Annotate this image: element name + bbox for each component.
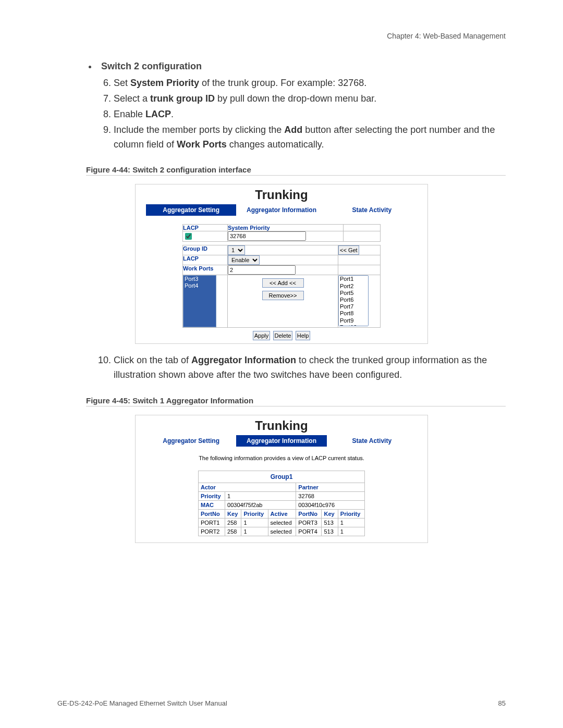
bold: LACP: [145, 109, 171, 119]
port-option[interactable]: Port5: [339, 290, 368, 297]
mac-label: MAC: [199, 501, 225, 510]
text: Include the member ports by clicking the: [114, 125, 284, 135]
selected-port: Port4: [185, 282, 215, 289]
text: Select a: [114, 93, 150, 104]
tab-aggregator-setting[interactable]: Aggregator Setting: [146, 204, 236, 216]
work-ports-label: Work Ports: [183, 265, 228, 275]
cell: 1: [241, 519, 268, 527]
delete-button[interactable]: Delete: [273, 331, 293, 340]
group-id-select[interactable]: 1: [228, 245, 245, 255]
text: .: [171, 109, 174, 119]
cell: 258: [225, 519, 241, 527]
steps-list: Set System Priority of the trunk group. …: [94, 76, 506, 152]
step-6: Set System Priority of the trunk group. …: [114, 76, 506, 91]
cell: PORT4: [296, 527, 322, 536]
footer-left: GE-DS-242-PoE Managed Ethernet Switch Us…: [57, 699, 227, 707]
actor-header: Actor: [199, 483, 296, 492]
partner-priority: 32768: [296, 492, 365, 501]
trunk-config-table: Group ID 1 << Get LACP: [182, 245, 381, 328]
trunking-tabbar: Aggregator Setting Aggregator Informatio…: [136, 204, 427, 219]
help-button[interactable]: Help: [296, 331, 311, 340]
cell: 513: [322, 519, 338, 527]
cell: PORT1: [199, 519, 225, 527]
figure-caption-1: Figure 4-44: Switch 2 configuration inte…: [86, 165, 506, 176]
tab-aggregator-information[interactable]: Aggregator Information: [236, 204, 326, 216]
tab-state-activity-2[interactable]: State Activity: [327, 435, 417, 447]
step-8: Enable LACP.: [114, 107, 506, 122]
tab-state-activity[interactable]: State Activity: [327, 204, 417, 216]
port-option[interactable]: Port1: [339, 276, 368, 282]
selected-ports-list[interactable]: Port3 Port4: [183, 275, 216, 327]
text: Click on the tab of: [114, 355, 191, 365]
actor-mac: 00304f75f2ab: [225, 501, 296, 510]
cell: 258: [225, 527, 241, 536]
bold: Aggregator Information: [191, 355, 296, 365]
table-row: PORT2 258 1 selected PORT4 513 1: [199, 527, 365, 536]
cell: PORT3: [296, 519, 322, 527]
port-option[interactable]: Port2: [339, 283, 368, 290]
bold: Work Ports: [177, 139, 227, 150]
system-priority-label: System Priority: [228, 225, 344, 231]
text: by pull down the drop-down menu bar.: [215, 93, 376, 104]
screenshot-1: Trunking Aggregator Setting Aggregator I…: [135, 184, 428, 344]
trunking-tabbar-2: Aggregator Setting Aggregator Informatio…: [136, 435, 427, 450]
tab-aggregator-information-2[interactable]: Aggregator Information: [236, 435, 326, 447]
lacp-mode-label: LACP: [183, 255, 228, 265]
table-row: PORT1 258 1 selected PORT3 513 1: [199, 519, 365, 527]
step-10: Click on the tab of Aggregator Informati…: [114, 353, 506, 382]
col-portno: PortNo: [199, 510, 225, 519]
lacp-label: LACP: [183, 225, 228, 231]
text: changes automatically.: [227, 139, 324, 150]
info-note: The following information provides a vie…: [136, 450, 427, 468]
bold: System Priority: [130, 78, 199, 88]
system-priority-input[interactable]: [228, 231, 306, 241]
page-footer: GE-DS-242-PoE Managed Ethernet Switch Us…: [57, 699, 506, 707]
port-option[interactable]: Port10: [339, 324, 368, 327]
trunk-settings-table: LACP System Priority: [182, 224, 381, 242]
remove-button[interactable]: Remove>>: [262, 291, 304, 300]
apply-button[interactable]: Apply: [253, 331, 271, 340]
text: of the trunk group. For example: 32768.: [199, 78, 366, 88]
section-bullet-title: Switch 2 configuration: [89, 61, 506, 72]
col-priority: Priority: [241, 510, 268, 519]
port-option[interactable]: Port8: [339, 310, 368, 317]
available-ports-list[interactable]: Port1 Port2 Port5 Port6 Port7 Port8 Port…: [338, 275, 369, 326]
col-priority-p: Priority: [338, 510, 364, 519]
port-option[interactable]: Port6: [339, 297, 368, 303]
footer-right: 85: [498, 699, 506, 707]
lacp-mode-select[interactable]: Enable: [228, 255, 260, 265]
lacp-checkbox-cell: [183, 231, 228, 242]
col-key: Key: [225, 510, 241, 519]
cell: 513: [322, 527, 338, 536]
trunking-title: Trunking: [136, 184, 427, 204]
steps-list-cont: Click on the tab of Aggregator Informati…: [94, 353, 506, 382]
text: Enable: [114, 109, 145, 119]
group-id-label: Group ID: [183, 245, 228, 255]
group-table: Group1 Actor Partner Priority 1 32768 MA…: [198, 471, 365, 536]
work-ports-input[interactable]: [228, 265, 296, 275]
tab-aggregator-setting-2[interactable]: Aggregator Setting: [146, 435, 236, 447]
col-portno-p: PortNo: [296, 510, 322, 519]
port-option[interactable]: Port9: [339, 317, 368, 324]
selected-port: Port3: [185, 276, 215, 282]
action-button-row: Apply Delete Help: [182, 328, 381, 341]
cell: 1: [338, 519, 364, 527]
get-button[interactable]: << Get: [338, 245, 359, 255]
cell: PORT2: [199, 527, 225, 536]
col-key-p: Key: [322, 510, 338, 519]
priority-label: Priority: [199, 492, 225, 501]
actor-priority: 1: [225, 492, 296, 501]
group-title: Group1: [198, 471, 365, 483]
figure-caption-2: Figure 4-45: Switch 1 Aggregator Informa…: [86, 396, 506, 406]
partner-mac: 00304f10c976: [296, 501, 365, 510]
step-9: Include the member ports by clicking the…: [114, 123, 506, 152]
step-7: Select a trunk group ID by pull down the…: [114, 92, 506, 106]
screenshot-2: Trunking Aggregator Setting Aggregator I…: [135, 415, 428, 543]
col-active: Active: [268, 510, 296, 519]
chapter-label: Chapter 4: Web-Based Management: [57, 32, 506, 40]
cell: 1: [241, 527, 268, 536]
cell: 1: [338, 527, 364, 536]
add-button[interactable]: << Add <<: [262, 278, 304, 288]
lacp-checkbox[interactable]: [185, 233, 192, 240]
port-option[interactable]: Port7: [339, 303, 368, 310]
